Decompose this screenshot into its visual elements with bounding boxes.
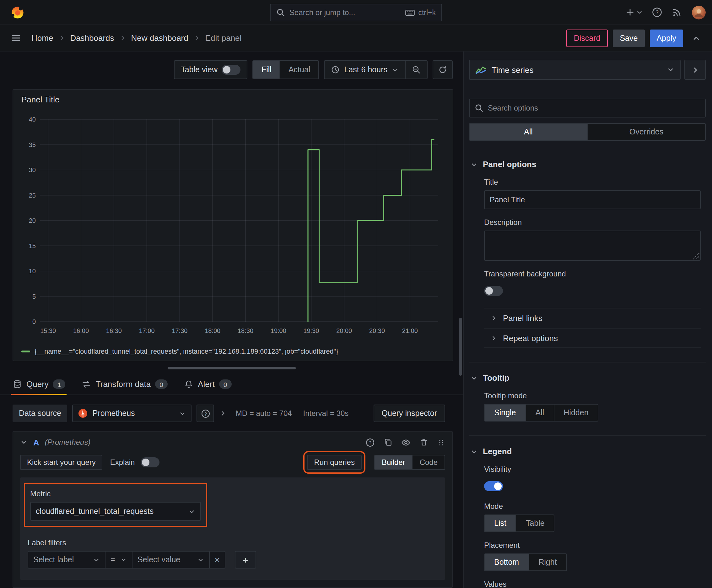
tooltip-mode-hidden[interactable]: Hidden	[554, 404, 598, 421]
legend-mode-table[interactable]: Table	[516, 515, 554, 531]
chevron-right-icon	[490, 315, 497, 322]
query-options-summary[interactable]: MD = auto = 704 Interval = 30s	[236, 409, 349, 418]
table-view-toggle[interactable]	[222, 65, 241, 75]
breadcrumb-home[interactable]: Home	[31, 33, 53, 43]
tab-transform-data[interactable]: Transform data 0	[82, 374, 168, 395]
display-mode-fill[interactable]: Fill	[253, 61, 280, 79]
textarea-resize-grip[interactable]	[693, 253, 699, 259]
panel-options-subsections: Panel links Repeat options	[484, 308, 701, 348]
help-button[interactable]: ?	[649, 3, 665, 21]
visualization-picker[interactable]: Time series	[469, 60, 681, 80]
repeat-options-row[interactable]: Repeat options	[484, 328, 701, 348]
drag-query-handle[interactable]	[437, 438, 445, 446]
select-value-placeholder: Select value	[137, 555, 180, 564]
panel-preview: Panel Title 051015202530354015:3016:0016…	[13, 89, 453, 361]
select-value-dropdown[interactable]: Select value	[132, 551, 210, 569]
svg-text:16:30: 16:30	[106, 327, 122, 334]
legend-section: Legend Visibility Mode List Table Placem…	[469, 435, 706, 588]
add-filter-button[interactable]: +	[235, 551, 256, 569]
tab-alert[interactable]: Alert 0	[184, 374, 231, 395]
visualization-row: Time series	[469, 60, 706, 80]
datasource-picker[interactable]: Prometheus	[72, 404, 192, 422]
panel-title-input[interactable]	[484, 190, 701, 209]
search-icon	[475, 104, 483, 112]
refresh-button[interactable]	[433, 60, 453, 79]
options-filter-overrides[interactable]: Overrides	[587, 124, 705, 140]
legend-placement-bottom[interactable]: Bottom	[485, 554, 528, 570]
legend-title: Legend	[483, 447, 512, 456]
news-button[interactable]	[669, 3, 685, 21]
legend-header[interactable]: Legend	[469, 447, 513, 456]
select-label-dropdown[interactable]: Select label	[28, 551, 106, 569]
breadcrumb-new-dashboard[interactable]: New dashboard	[131, 33, 188, 43]
legend-visibility-label: Visibility	[484, 465, 701, 474]
tooltip-header[interactable]: Tooltip	[469, 373, 511, 383]
query-editor-card: A (Prometheus) ?	[13, 431, 453, 588]
discard-button[interactable]: Discard	[566, 29, 608, 47]
repeat-options-label: Repeat options	[503, 333, 558, 343]
time-range-button[interactable]: Last 6 hours	[325, 61, 405, 79]
description-textarea[interactable]	[484, 231, 701, 261]
search-input[interactable]	[289, 8, 401, 17]
operator-dropdown[interactable]: =	[105, 551, 132, 569]
display-mode-actual[interactable]: Actual	[280, 61, 319, 79]
toggle-query-visibility-button[interactable]	[401, 438, 411, 447]
legend-mode-list[interactable]: List	[485, 515, 516, 531]
zoom-out-button[interactable]	[405, 61, 427, 79]
tooltip-mode-all[interactable]: All	[525, 404, 554, 421]
explain-toggle[interactable]	[140, 457, 159, 467]
options-search[interactable]	[469, 99, 706, 118]
chevron-down-icon	[93, 556, 100, 563]
tab-transform-count: 0	[155, 379, 168, 389]
chevron-right-icon	[490, 335, 497, 341]
legend-placement-right[interactable]: Right	[528, 554, 566, 570]
new-button[interactable]	[624, 3, 645, 21]
tab-alert-count: 0	[219, 379, 232, 389]
keyboard-icon	[405, 7, 415, 18]
query-options-expand-button[interactable]	[219, 410, 227, 417]
run-queries-button[interactable]: Run queries	[307, 455, 361, 470]
svg-text:17:30: 17:30	[172, 327, 188, 334]
query-toolbar: Kick start your query Explain Run querie…	[13, 455, 452, 470]
save-button[interactable]: Save	[613, 29, 645, 47]
table-view-label: Table view	[181, 65, 218, 74]
options-filter-all[interactable]: All	[470, 124, 587, 140]
tab-query-label: Query	[26, 379, 49, 389]
top-search[interactable]: ctrl+k	[270, 4, 442, 21]
editor-mode-code[interactable]: Code	[412, 456, 445, 469]
delete-query-button[interactable]	[419, 438, 428, 447]
transform-icon	[82, 379, 91, 389]
mega-menu-button[interactable]	[7, 29, 24, 47]
main-scrollbar-thumb[interactable]	[459, 318, 462, 376]
kick-start-button[interactable]: Kick start your query	[20, 455, 103, 470]
duplicate-query-button[interactable]	[384, 438, 392, 447]
breadcrumb-dashboards[interactable]: Dashboards	[70, 33, 114, 43]
remove-filter-button[interactable]: ×	[209, 551, 225, 569]
collapse-pane-button[interactable]	[688, 29, 705, 47]
transparent-background-toggle[interactable]	[484, 286, 503, 296]
panel-options-header[interactable]: Panel options	[469, 160, 537, 169]
toggle-viz-suggestions-button[interactable]	[684, 60, 706, 80]
chevron-down-icon	[636, 9, 643, 16]
legend-mode-switch: List Table	[484, 514, 555, 532]
time-series-chart[interactable]: 051015202530354015:3016:0016:3017:0017:3…	[20, 104, 446, 347]
query-inspector-button[interactable]: Query inspector	[373, 404, 445, 422]
legend-values-label: Values	[484, 580, 701, 588]
legend-series-label[interactable]: {__name__="cloudflared_tunnel_total_requ…	[35, 348, 338, 355]
user-avatar[interactable]	[692, 5, 706, 19]
question-circle-icon: ?	[201, 408, 210, 418]
query-row-header[interactable]: A (Prometheus) ?	[13, 432, 452, 453]
panel-links-row[interactable]: Panel links	[484, 308, 701, 328]
datasource-help-button[interactable]: ?	[197, 404, 214, 422]
apply-button[interactable]: Apply	[649, 29, 683, 47]
legend-visibility-toggle[interactable]	[484, 481, 503, 491]
editor-mode-builder[interactable]: Builder	[375, 456, 412, 469]
pane-resize-handle[interactable]	[168, 367, 296, 370]
grafana-logo[interactable]	[6, 0, 29, 25]
metric-select[interactable]: cloudflared_tunnel_total_requests	[30, 502, 201, 521]
query-ref-datasource: (Prometheus)	[45, 438, 90, 447]
tooltip-mode-single[interactable]: Single	[485, 404, 525, 421]
options-search-input[interactable]	[488, 104, 700, 112]
query-help-button[interactable]: ?	[365, 438, 375, 447]
tab-query[interactable]: Query 1	[13, 374, 66, 395]
